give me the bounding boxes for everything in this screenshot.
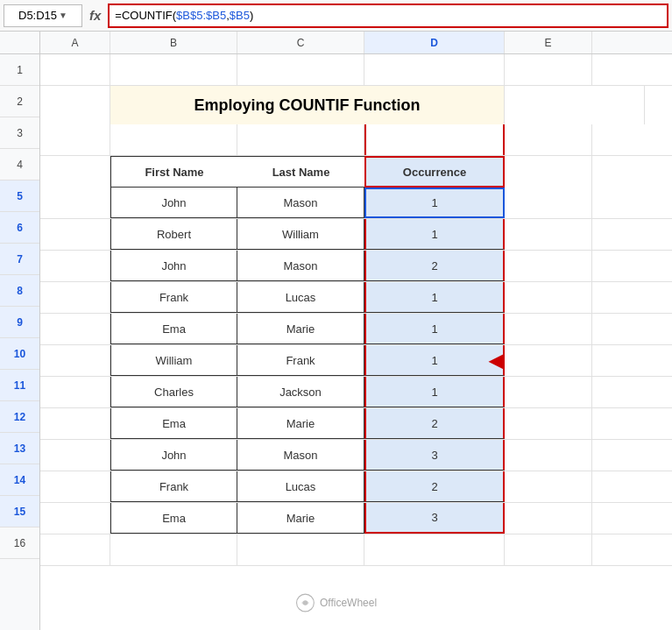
cell-a7[interactable] [40, 251, 110, 281]
cell-d16[interactable] [364, 534, 505, 565]
grid-row-6: Robert William 1 [40, 219, 672, 251]
row-num-5: 5 [0, 181, 39, 212]
cell-a14[interactable] [40, 471, 110, 502]
col-header-b[interactable]: B [110, 32, 237, 53]
cell-d8[interactable]: 1 [364, 282, 505, 313]
cell-b5[interactable]: John [110, 188, 237, 218]
col-header-a[interactable]: A [40, 32, 110, 53]
cell-a6[interactable] [40, 219, 110, 250]
cell-d1[interactable] [364, 54, 505, 85]
cell-a11[interactable] [40, 377, 110, 407]
cell-ref-dropdown-arrow[interactable]: ▼ [59, 11, 67, 20]
formula-input-bar[interactable]: =COUNTIF($B$5:$B5,$B5) [108, 4, 668, 28]
cell-d9[interactable]: 1 [364, 314, 505, 344]
cell-b1[interactable] [110, 54, 237, 85]
cell-c7[interactable]: Mason [237, 251, 364, 281]
cell-a10[interactable] [40, 345, 110, 376]
cell-c8[interactable]: Lucas [237, 282, 364, 313]
cell-e3[interactable] [505, 124, 592, 155]
cell-b11[interactable]: Charles [110, 377, 237, 407]
data-d7: 2 [431, 259, 437, 273]
cell-b12[interactable]: Ema [110, 408, 237, 439]
cell-c9[interactable]: Marie [237, 314, 364, 344]
cell-d5[interactable]: 1 [364, 188, 505, 218]
cell-c1[interactable] [237, 54, 364, 85]
data-d6: 1 [431, 228, 437, 241]
cell-e9[interactable] [505, 314, 592, 344]
cell-e4[interactable] [505, 156, 592, 188]
cell-c6[interactable]: William [237, 219, 364, 250]
cell-c14[interactable]: Lucas [237, 471, 364, 502]
col-header-c[interactable]: C [237, 32, 364, 53]
cell-b9[interactable]: Ema [110, 314, 237, 344]
cell-c15[interactable]: Marie [237, 503, 364, 534]
cell-e2[interactable] [645, 86, 672, 124]
cell-b3[interactable] [110, 124, 237, 155]
cell-a1[interactable] [40, 54, 110, 85]
cell-a16[interactable] [40, 534, 110, 565]
data-b9: Ema [162, 322, 186, 336]
cell-b13[interactable]: John [110, 440, 237, 471]
cell-c10[interactable]: Frank [237, 345, 364, 376]
cell-e1[interactable] [505, 54, 592, 85]
cell-e15[interactable] [505, 503, 592, 534]
cell-d14[interactable]: 2 [364, 471, 505, 502]
cell-b6[interactable]: Robert [110, 219, 237, 250]
row-num-2: 2 [0, 86, 39, 117]
cell-a2[interactable] [40, 86, 110, 124]
cell-reference-box[interactable]: D5:D15 ▼ [4, 4, 82, 27]
cell-e6[interactable] [505, 219, 592, 250]
data-b6: Robert [157, 228, 191, 241]
cell-b15[interactable]: Ema [110, 503, 237, 534]
cell-e7[interactable] [505, 251, 592, 281]
cell-d2[interactable] [505, 86, 645, 124]
cell-a4[interactable] [40, 156, 110, 188]
cell-e14[interactable] [505, 471, 592, 502]
formula-bar: D5:D15 ▼ fx =COUNTIF($B$5:$B5,$B5) [0, 0, 672, 32]
cell-e10[interactable]: ◀ [505, 345, 592, 376]
cell-e8[interactable] [505, 282, 592, 313]
data-c8: Lucas [286, 291, 316, 304]
cell-a5[interactable] [40, 188, 110, 218]
cell-c4-header[interactable]: Last Name [237, 156, 364, 188]
cell-d15[interactable]: 3 [364, 503, 505, 534]
cell-d13[interactable]: 3 [364, 440, 505, 471]
cell-d6[interactable]: 1 [364, 219, 505, 250]
cell-d12[interactable]: 2 [364, 408, 505, 439]
row-num-header-corner [0, 32, 39, 54]
cell-c3[interactable] [237, 124, 364, 155]
cell-a12[interactable] [40, 408, 110, 439]
cell-a9[interactable] [40, 314, 110, 344]
cell-b7[interactable]: John [110, 251, 237, 281]
data-d5: 1 [431, 196, 437, 209]
cell-a8[interactable] [40, 282, 110, 313]
data-b13: John [161, 449, 186, 462]
col-header-d[interactable]: D [364, 32, 505, 53]
col-header-e[interactable]: E [505, 32, 592, 53]
cell-c12[interactable]: Marie [237, 408, 364, 439]
cell-a13[interactable] [40, 440, 110, 471]
cell-a15[interactable] [40, 503, 110, 534]
cell-c11[interactable]: Jackson [237, 377, 364, 407]
cell-e5[interactable] [505, 188, 592, 218]
cell-b10[interactable]: William [110, 345, 237, 376]
cell-d3[interactable] [364, 124, 505, 155]
cell-d4-header[interactable]: Occurrence [364, 156, 505, 188]
cell-c16[interactable] [237, 534, 364, 565]
cell-d11[interactable]: 1 [364, 377, 505, 407]
cell-e11[interactable] [505, 377, 592, 407]
cell-b4-header[interactable]: First Name [110, 156, 237, 188]
cell-e13[interactable] [505, 440, 592, 471]
cell-b16[interactable] [110, 534, 237, 565]
cell-b14[interactable]: Frank [110, 471, 237, 502]
grid-row-16 [40, 534, 672, 566]
cell-d10[interactable]: 1 [364, 345, 505, 376]
cell-e16[interactable] [505, 534, 592, 565]
cell-c5[interactable]: Mason [237, 188, 364, 218]
cell-b8[interactable]: Frank [110, 282, 237, 313]
data-c7: Mason [283, 259, 317, 273]
cell-a3[interactable] [40, 124, 110, 155]
cell-c13[interactable]: Mason [237, 440, 364, 471]
cell-d7[interactable]: 2 [364, 251, 505, 281]
cell-e12[interactable] [505, 408, 592, 439]
